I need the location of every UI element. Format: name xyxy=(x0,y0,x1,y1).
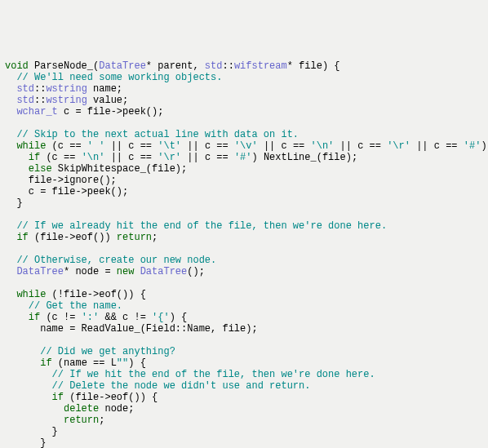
token-com: // Delete the node we didn't use and ret… xyxy=(52,380,311,392)
token-plain xyxy=(134,266,140,277)
token-plain: } xyxy=(5,426,58,437)
code-line[interactable]: std::wstring value; xyxy=(5,95,483,106)
code-editor[interactable]: void ParseNode_(DataTree* parent, std::w… xyxy=(0,57,488,448)
token-plain: * node = xyxy=(64,266,117,277)
token-str: "" xyxy=(117,357,128,369)
code-line[interactable]: } xyxy=(5,437,483,448)
code-line[interactable]: if (file->eof()) return; xyxy=(5,232,483,243)
token-plain xyxy=(5,95,16,106)
token-plain xyxy=(5,266,16,277)
code-line[interactable] xyxy=(5,277,483,289)
token-plain: ; xyxy=(152,232,157,243)
token-plain: SkipWhitespace_(file); xyxy=(52,163,188,175)
code-line[interactable]: if (c == '\n' || c == '\r' || c == '#') … xyxy=(5,152,483,163)
token-str: '\t' xyxy=(157,140,181,152)
token-tp: DataTree xyxy=(99,60,146,72)
code-line[interactable]: void ParseNode_(DataTree* parent, std::w… xyxy=(5,60,483,72)
token-plain: file->ignore(); xyxy=(5,175,117,186)
code-line[interactable]: // If we hit the end of the file, then w… xyxy=(5,369,483,380)
token-plain: * file) { xyxy=(287,60,340,72)
code-line[interactable]: while (!file->eof()) { xyxy=(5,289,483,300)
token-tp: std xyxy=(16,83,34,95)
token-plain: } xyxy=(5,437,46,448)
code-line[interactable]: if (name == L"") { xyxy=(5,357,483,369)
code-line[interactable]: // Skip to the next actual line with dat… xyxy=(5,129,483,140)
code-line[interactable]: // Did we get anything? xyxy=(5,346,483,357)
code-line[interactable]: file->ignore(); xyxy=(5,175,483,186)
token-str: ':' xyxy=(82,312,100,323)
token-tp: DataTree xyxy=(16,266,64,277)
token-plain xyxy=(5,255,16,266)
token-kw: return xyxy=(117,232,152,243)
code-line[interactable]: return; xyxy=(5,415,483,426)
token-tp: wifstream xyxy=(234,60,287,72)
token-plain: || c == xyxy=(104,140,157,152)
token-plain: ) { xyxy=(170,312,188,323)
code-line[interactable] xyxy=(5,209,483,220)
token-plain: || c == xyxy=(410,140,464,152)
token-kw: if xyxy=(29,152,40,163)
token-plain: || c == xyxy=(334,140,387,152)
token-kw: else xyxy=(29,163,52,175)
token-plain: ; xyxy=(99,415,104,426)
token-plain: ) NextLine_(file); xyxy=(252,152,358,163)
code-line[interactable]: name = ReadValue_(Field::Name, file); xyxy=(5,323,483,335)
token-plain: (!file->eof()) { xyxy=(46,289,145,300)
token-tp: std xyxy=(205,60,223,72)
token-plain xyxy=(5,312,29,323)
token-str: '\r' xyxy=(157,152,181,163)
code-line[interactable]: // Delete the node we didn't use and ret… xyxy=(5,380,483,392)
token-plain xyxy=(5,83,16,95)
code-line[interactable]: // Otherwise, create our new node. xyxy=(5,255,483,266)
code-line[interactable]: std::wstring name; xyxy=(5,83,483,95)
code-line[interactable]: delete node; xyxy=(5,403,483,415)
code-line[interactable]: wchar_t c = file->peek(); xyxy=(5,106,483,118)
token-plain xyxy=(5,346,40,357)
token-str: '\r' xyxy=(387,140,410,152)
token-plain xyxy=(5,289,16,300)
token-plain: :: xyxy=(34,83,46,95)
token-tp: wstring xyxy=(46,83,87,95)
token-kw: while xyxy=(16,289,46,300)
code-line[interactable] xyxy=(5,118,483,129)
token-kw: return xyxy=(64,415,99,426)
token-plain: :: xyxy=(34,95,46,106)
token-plain: || c == xyxy=(258,140,311,152)
code-line[interactable]: // Get the name. xyxy=(5,300,483,312)
token-plain: name = ReadValue_(Field::Name, file); xyxy=(5,323,258,335)
code-line[interactable]: } xyxy=(5,426,483,437)
code-line[interactable]: // If we already hit the end of the file… xyxy=(5,220,483,232)
token-plain xyxy=(5,140,16,152)
token-plain: (c == xyxy=(46,140,87,152)
token-plain xyxy=(5,415,64,426)
token-plain xyxy=(5,232,16,243)
code-line[interactable]: if (c != ':' && c != '{') { xyxy=(5,312,483,323)
token-plain xyxy=(5,300,29,312)
token-plain: :: xyxy=(222,60,233,72)
token-plain xyxy=(5,152,29,163)
token-plain: || c == xyxy=(181,140,234,152)
token-tp: std xyxy=(16,95,34,106)
token-plain: ) { xyxy=(481,140,488,152)
token-plain: } xyxy=(5,197,23,209)
code-line[interactable]: while (c == ' ' || c == '\t' || c == '\v… xyxy=(5,140,483,152)
code-line[interactable]: if (file->eof()) { xyxy=(5,392,483,403)
code-line[interactable]: c = file->peek(); xyxy=(5,186,483,197)
token-str: ' ' xyxy=(87,140,105,152)
token-com: // We'll need some working objects. xyxy=(16,72,222,83)
token-plain xyxy=(5,392,52,403)
code-line[interactable]: DataTree* node = new DataTree(); xyxy=(5,266,483,277)
code-line[interactable]: } xyxy=(5,197,483,209)
token-plain xyxy=(5,357,40,369)
code-line[interactable]: else SkipWhitespace_(file); xyxy=(5,163,483,175)
token-com: // If we hit the end of the file, then w… xyxy=(52,369,375,380)
code-line[interactable] xyxy=(5,243,483,255)
code-line[interactable] xyxy=(5,335,483,346)
token-kw: delete xyxy=(64,403,99,415)
code-line[interactable]: // We'll need some working objects. xyxy=(5,72,483,83)
token-com: // Did we get anything? xyxy=(40,346,175,357)
token-plain xyxy=(5,163,29,175)
token-com: // Get the name. xyxy=(29,300,122,312)
token-plain: (name == L xyxy=(52,357,117,369)
token-str: '#' xyxy=(234,152,252,163)
